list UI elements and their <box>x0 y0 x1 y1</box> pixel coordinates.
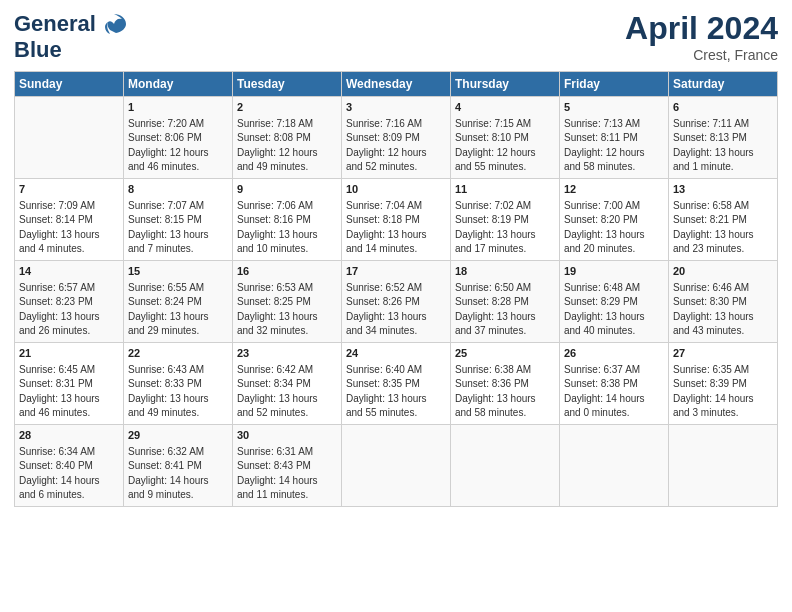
day-info: Sunrise: 6:46 AM <box>673 281 773 296</box>
day-info: Daylight: 13 hours <box>128 392 228 407</box>
calendar-cell: 20Sunrise: 6:46 AMSunset: 8:30 PMDayligh… <box>669 260 778 342</box>
day-info: Sunrise: 7:11 AM <box>673 117 773 132</box>
day-info: Sunrise: 6:42 AM <box>237 363 337 378</box>
calendar-cell: 14Sunrise: 6:57 AMSunset: 8:23 PMDayligh… <box>15 260 124 342</box>
calendar-cell: 17Sunrise: 6:52 AMSunset: 8:26 PMDayligh… <box>342 260 451 342</box>
main-title: April 2024 <box>625 10 778 47</box>
day-info: Daylight: 14 hours <box>564 392 664 407</box>
day-info: and 7 minutes. <box>128 242 228 257</box>
day-info: Daylight: 13 hours <box>564 228 664 243</box>
day-info: Sunset: 8:25 PM <box>237 295 337 310</box>
day-info: Sunset: 8:39 PM <box>673 377 773 392</box>
day-number: 8 <box>128 182 228 198</box>
day-info: and 26 minutes. <box>19 324 119 339</box>
day-info: and 55 minutes. <box>455 160 555 175</box>
calendar-cell <box>342 424 451 506</box>
day-info: Sunset: 8:35 PM <box>346 377 446 392</box>
calendar-cell: 26Sunrise: 6:37 AMSunset: 8:38 PMDayligh… <box>560 342 669 424</box>
calendar-cell: 19Sunrise: 6:48 AMSunset: 8:29 PMDayligh… <box>560 260 669 342</box>
day-info: Sunrise: 6:31 AM <box>237 445 337 460</box>
day-info: and 43 minutes. <box>673 324 773 339</box>
day-number: 23 <box>237 346 337 362</box>
day-info: Sunset: 8:21 PM <box>673 213 773 228</box>
day-number: 30 <box>237 428 337 444</box>
calendar-cell: 22Sunrise: 6:43 AMSunset: 8:33 PMDayligh… <box>124 342 233 424</box>
day-info: and 1 minute. <box>673 160 773 175</box>
day-info: Daylight: 13 hours <box>19 392 119 407</box>
day-info: Sunrise: 7:20 AM <box>128 117 228 132</box>
day-number: 1 <box>128 100 228 116</box>
day-info: and 9 minutes. <box>128 488 228 503</box>
day-info: Daylight: 12 hours <box>455 146 555 161</box>
day-number: 5 <box>564 100 664 116</box>
day-info: and 14 minutes. <box>346 242 446 257</box>
day-number: 20 <box>673 264 773 280</box>
logo-text-2: Blue <box>14 38 128 62</box>
calendar-table: Sunday Monday Tuesday Wednesday Thursday… <box>14 71 778 507</box>
day-info: Sunset: 8:14 PM <box>19 213 119 228</box>
day-info: and 11 minutes. <box>237 488 337 503</box>
day-info: Sunset: 8:31 PM <box>19 377 119 392</box>
calendar-cell: 4Sunrise: 7:15 AMSunset: 8:10 PMDaylight… <box>451 97 560 179</box>
day-info: Sunrise: 7:07 AM <box>128 199 228 214</box>
day-info: Sunset: 8:29 PM <box>564 295 664 310</box>
day-info: Sunrise: 6:32 AM <box>128 445 228 460</box>
day-info: Sunrise: 6:43 AM <box>128 363 228 378</box>
calendar-cell: 18Sunrise: 6:50 AMSunset: 8:28 PMDayligh… <box>451 260 560 342</box>
calendar-cell: 1Sunrise: 7:20 AMSunset: 8:06 PMDaylight… <box>124 97 233 179</box>
day-info: Sunrise: 6:45 AM <box>19 363 119 378</box>
day-info: Daylight: 13 hours <box>455 228 555 243</box>
day-info: Daylight: 14 hours <box>673 392 773 407</box>
day-info: Daylight: 13 hours <box>237 228 337 243</box>
day-info: Daylight: 13 hours <box>346 228 446 243</box>
day-info: Daylight: 12 hours <box>128 146 228 161</box>
day-info: and 58 minutes. <box>564 160 664 175</box>
day-info: Daylight: 13 hours <box>346 310 446 325</box>
calendar-cell: 6Sunrise: 7:11 AMSunset: 8:13 PMDaylight… <box>669 97 778 179</box>
day-info: Daylight: 13 hours <box>673 310 773 325</box>
day-info: Daylight: 12 hours <box>237 146 337 161</box>
calendar-cell: 23Sunrise: 6:42 AMSunset: 8:34 PMDayligh… <box>233 342 342 424</box>
day-info: Daylight: 14 hours <box>128 474 228 489</box>
day-info: Daylight: 13 hours <box>128 310 228 325</box>
day-info: Daylight: 12 hours <box>564 146 664 161</box>
day-number: 21 <box>19 346 119 362</box>
day-info: Daylight: 13 hours <box>346 392 446 407</box>
day-info: and 23 minutes. <box>673 242 773 257</box>
calendar-row-3: 14Sunrise: 6:57 AMSunset: 8:23 PMDayligh… <box>15 260 778 342</box>
calendar-cell: 21Sunrise: 6:45 AMSunset: 8:31 PMDayligh… <box>15 342 124 424</box>
day-info: and 34 minutes. <box>346 324 446 339</box>
day-info: Sunset: 8:15 PM <box>128 213 228 228</box>
day-info: and 55 minutes. <box>346 406 446 421</box>
calendar-cell: 3Sunrise: 7:16 AMSunset: 8:09 PMDaylight… <box>342 97 451 179</box>
day-info: Sunset: 8:33 PM <box>128 377 228 392</box>
day-info: Sunset: 8:10 PM <box>455 131 555 146</box>
day-info: and 40 minutes. <box>564 324 664 339</box>
day-info: Daylight: 13 hours <box>19 310 119 325</box>
calendar-cell: 7Sunrise: 7:09 AMSunset: 8:14 PMDaylight… <box>15 178 124 260</box>
day-number: 12 <box>564 182 664 198</box>
day-number: 9 <box>237 182 337 198</box>
day-info: Sunrise: 6:58 AM <box>673 199 773 214</box>
day-info: Sunset: 8:13 PM <box>673 131 773 146</box>
day-number: 13 <box>673 182 773 198</box>
day-number: 27 <box>673 346 773 362</box>
day-number: 2 <box>237 100 337 116</box>
calendar-cell: 11Sunrise: 7:02 AMSunset: 8:19 PMDayligh… <box>451 178 560 260</box>
col-thursday: Thursday <box>451 72 560 97</box>
calendar-cell <box>15 97 124 179</box>
calendar-cell: 24Sunrise: 6:40 AMSunset: 8:35 PMDayligh… <box>342 342 451 424</box>
day-info: Sunset: 8:11 PM <box>564 131 664 146</box>
day-info: and 46 minutes. <box>128 160 228 175</box>
day-info: Sunset: 8:40 PM <box>19 459 119 474</box>
day-info: and 37 minutes. <box>455 324 555 339</box>
day-number: 22 <box>128 346 228 362</box>
day-info: Sunset: 8:16 PM <box>237 213 337 228</box>
day-info: and 32 minutes. <box>237 324 337 339</box>
day-info: and 52 minutes. <box>237 406 337 421</box>
day-number: 19 <box>564 264 664 280</box>
day-info: and 0 minutes. <box>564 406 664 421</box>
day-info: Sunset: 8:41 PM <box>128 459 228 474</box>
day-info: Sunrise: 6:50 AM <box>455 281 555 296</box>
calendar-cell: 30Sunrise: 6:31 AMSunset: 8:43 PMDayligh… <box>233 424 342 506</box>
